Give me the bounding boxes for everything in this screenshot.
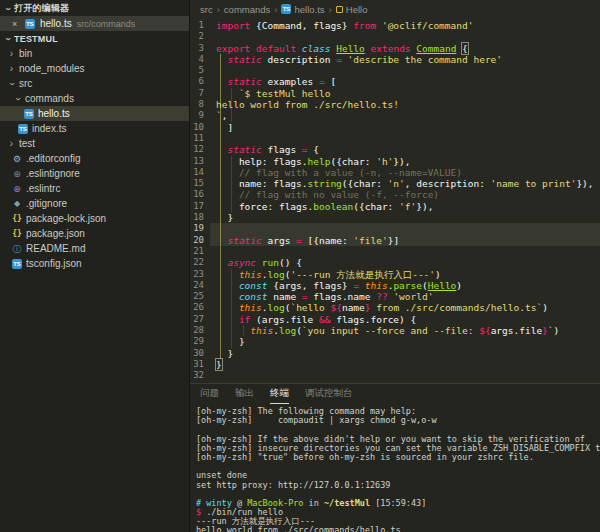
breadcrumb-separator: › <box>329 4 332 15</box>
code-line-26[interactable]: 26 this.log(`hello ${name} from ./src/co… <box>190 302 600 313</box>
file-name: package-lock.json <box>26 213 106 224</box>
panel-tab-[interactable]: 调试控制台 <box>305 384 353 404</box>
line-number: 16 <box>190 189 210 200</box>
code-line-content: force: flags.boolean({char: 'f'}), <box>210 201 600 212</box>
code-line-11[interactable]: 11 <box>190 133 600 144</box>
code-line-content: const {args, flags} = this.parse(Hello) <box>210 280 600 291</box>
tree-folder-src[interactable]: ›src <box>0 76 189 91</box>
code-line-25[interactable]: 25 const name = flags.name ?? 'world' <box>190 291 600 302</box>
project-root-header[interactable]: › TESTMUL <box>0 31 189 46</box>
folder-name: node_modules <box>19 63 85 74</box>
breadcrumb-item-src[interactable]: src <box>200 4 213 15</box>
line-number: 5 <box>190 65 210 76</box>
code-line-content: `, <box>210 110 600 121</box>
tree-item-package-lock-json[interactable]: {}package-lock.json <box>0 211 189 226</box>
code-line-15[interactable]: 15 name: flags.string({char: 'n', descri… <box>190 178 600 189</box>
typescript-file-icon: TS <box>18 124 28 134</box>
line-number: 8 <box>190 99 210 110</box>
panel-tab-[interactable]: 输出 <box>235 384 254 404</box>
code-line-1[interactable]: 1import {Command, flags} from '@oclif/co… <box>190 20 600 31</box>
class-symbol-icon <box>336 6 343 13</box>
tree-item-hello-ts[interactable]: TShello.ts <box>0 106 189 121</box>
breadcrumb-label: commands <box>224 4 270 15</box>
code-line-10[interactable]: 10 ] <box>190 122 600 133</box>
code-line-24[interactable]: 24 const {args, flags} = this.parse(Hell… <box>190 280 600 291</box>
code-line-17[interactable]: 17 force: flags.boolean({char: 'f'}), <box>190 201 600 212</box>
chevron-right-icon: › <box>8 64 15 74</box>
tree-folder-commands[interactable]: ›commands <box>0 91 189 106</box>
open-editor-item[interactable]: × TS hello.ts src/commands <box>0 16 189 31</box>
code-line-27[interactable]: 27 if (args.file && flags.force) { <box>190 314 600 325</box>
breadcrumb-item-hello[interactable]: Hello <box>336 4 368 15</box>
code-line-content: hello world from ./src/hello.ts! <box>210 99 600 110</box>
terminal-output[interactable]: [oh-my-zsh] The following command may he… <box>190 404 600 532</box>
code-line-5[interactable]: 5 <box>190 65 600 76</box>
tree-item-eslintrc[interactable]: ⊛.eslintrc <box>0 181 189 196</box>
code-line-13[interactable]: 13 help: flags.help({char: 'h'}), <box>190 156 600 167</box>
line-number: 30 <box>190 348 210 359</box>
tree-item-index-ts[interactable]: TSindex.ts <box>0 121 189 136</box>
code-line-16[interactable]: 16 // flag with no value (-f, --force) <box>190 189 600 200</box>
code-line-9[interactable]: 9`, <box>190 110 600 121</box>
line-number: 27 <box>190 314 210 325</box>
code-line-20[interactable]: 20 static args = [{name: 'file'}] <box>190 235 600 246</box>
code-line-12[interactable]: 12 static flags = { <box>190 144 600 155</box>
code-line-22[interactable]: 22 async run() { <box>190 257 600 268</box>
breadcrumb-label: src <box>200 4 213 15</box>
code-line-29[interactable]: 29 } <box>190 336 600 347</box>
panel-tab-bar: 问题输出终端调试控制台 <box>190 384 600 404</box>
code-line-31[interactable]: 31} <box>190 359 600 370</box>
tree-item-package-json[interactable]: {}package.json <box>0 226 189 241</box>
json-braces-icon: {} <box>12 229 22 239</box>
breadcrumb-item-commands[interactable]: commands <box>224 4 270 15</box>
breadcrumb-item-hello-ts[interactable]: TShello.ts <box>281 4 324 15</box>
tree-item-tsconfig-json[interactable]: TStsconfig.json <box>0 256 189 271</box>
file-name: .eslintrc <box>26 183 60 194</box>
code-line-28[interactable]: 28 this.log(`you input --force and --fil… <box>190 325 600 336</box>
line-number: 15 <box>190 178 210 189</box>
code-line-21[interactable]: 21 <box>190 246 600 257</box>
tree-item-gitignore[interactable]: ◆.gitignore <box>0 196 189 211</box>
terminal-line: [oh-my-zsh] "true" before oh-my-zsh is s… <box>196 453 600 462</box>
code-line-content: ] <box>210 122 600 133</box>
code-line-32[interactable]: 32 <box>190 370 600 381</box>
code-line-content: this.log('---run 方法就是执行入口---') <box>210 269 600 280</box>
code-line-6[interactable]: 6 static examples = [ <box>190 76 600 87</box>
typescript-file-icon: TS <box>24 109 34 119</box>
panel-tab-[interactable]: 问题 <box>200 384 219 404</box>
line-number: 25 <box>190 291 210 302</box>
chevron-right-icon: › <box>8 49 15 59</box>
code-line-18[interactable]: 18 } <box>190 212 600 223</box>
panel-tab-[interactable]: 终端 <box>270 384 289 404</box>
code-editor[interactable]: 1import {Command, flags} from '@oclif/co… <box>190 18 600 383</box>
code-line-8[interactable]: 8hello world from ./src/hello.ts! <box>190 99 600 110</box>
code-line-30[interactable]: 30 } <box>190 348 600 359</box>
code-line-2[interactable]: 2 <box>190 31 600 42</box>
code-line-content <box>210 65 600 76</box>
line-number: 20 <box>190 235 210 246</box>
tree-folder-test[interactable]: ›test <box>0 136 189 151</box>
tree-folder-node-modules[interactable]: ›node_modules <box>0 61 189 76</box>
folder-name: bin <box>19 48 32 59</box>
file-name: README.md <box>26 243 85 254</box>
code-line-23[interactable]: 23 this.log('---run 方法就是执行入口---') <box>190 269 600 280</box>
tree-item-readme-md[interactable]: ⓘREADME.md <box>0 241 189 256</box>
terminal-line: [oh-my-zsh] compaudit | xargs chmod g-w,… <box>196 416 600 425</box>
file-name: package.json <box>26 228 85 239</box>
code-line-4[interactable]: 4 static description = 'describe the com… <box>190 54 600 65</box>
tree-folder-bin[interactable]: ›bin <box>0 46 189 61</box>
close-icon[interactable]: × <box>12 19 20 29</box>
line-number: 22 <box>190 257 210 268</box>
code-line-19[interactable]: 19 <box>190 223 600 234</box>
code-line-content: static args = [{name: 'file'}] <box>210 235 600 246</box>
code-line-3[interactable]: 3export default class Hello extends Comm… <box>190 43 600 54</box>
chevron-down-icon: › <box>7 80 17 87</box>
folder-name: src <box>19 78 32 89</box>
open-editors-header[interactable]: › 打开的编辑器 <box>0 1 189 16</box>
tree-item-eslintignore[interactable]: ⊛.eslintignore <box>0 166 189 181</box>
line-number: 13 <box>190 156 210 167</box>
code-line-7[interactable]: 7 `$ testMul hello <box>190 88 600 99</box>
chevron-down-icon: › <box>3 5 13 12</box>
tree-item-editorconfig[interactable]: ⚙.editorconfig <box>0 151 189 166</box>
code-line-14[interactable]: 14 // flag with a value (-n, --name=VALU… <box>190 167 600 178</box>
